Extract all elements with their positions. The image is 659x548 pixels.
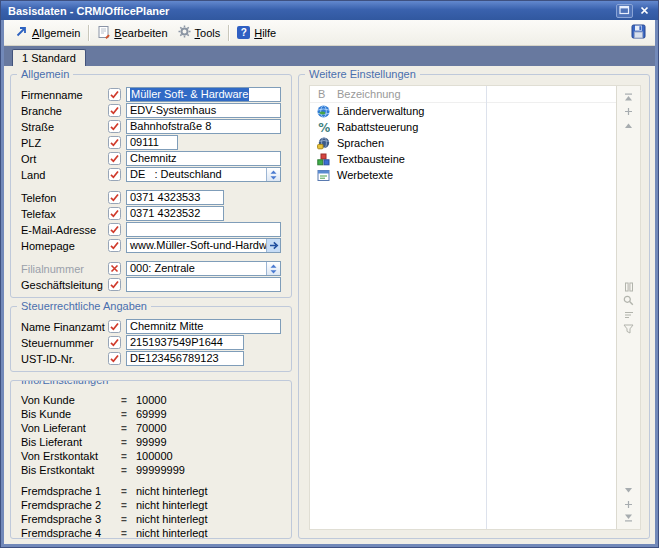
plus-icon[interactable] bbox=[624, 497, 633, 511]
open-homepage-button[interactable] bbox=[266, 239, 280, 252]
menu-item-bearbeiten[interactable]: Bearbeiten bbox=[92, 23, 172, 43]
input-steuernummer[interactable]: 2151937549P1644 bbox=[126, 335, 244, 350]
info-value: nicht hinterlegt bbox=[136, 527, 208, 539]
field-row-telefon: Telefon0371 4323533 bbox=[21, 190, 281, 205]
field-row-e-mail-adresse: E-Mail-Adresse bbox=[21, 222, 281, 237]
input-branche[interactable]: EDV-Systemhaus bbox=[126, 103, 281, 118]
column-header-bezeichnung[interactable]: Bezeichnung bbox=[337, 88, 616, 100]
field-value: 09111 bbox=[130, 136, 159, 149]
list-item-rabattsteuerung[interactable]: %Rabattsteuerung bbox=[310, 119, 616, 135]
plus-icon[interactable] bbox=[624, 104, 633, 118]
input-telefon[interactable]: 0371 4323533 bbox=[126, 190, 224, 205]
confirm-field-icon[interactable] bbox=[108, 207, 121, 220]
field-row-stra-e: StraßeBahnhofstraße 8 bbox=[21, 119, 281, 134]
combo-land[interactable]: DE : Deutschland bbox=[126, 167, 281, 182]
field-row-plz: PLZ09111 bbox=[21, 135, 281, 150]
confirm-field-icon[interactable] bbox=[108, 152, 121, 165]
input-name-finanzamt[interactable]: Chemnitz Mitte bbox=[126, 319, 281, 334]
settings-grid: B Bezeichnung Länderverwaltung%Rabattste… bbox=[309, 85, 641, 530]
confirm-field-icon[interactable] bbox=[108, 88, 121, 101]
confirm-field-icon[interactable] bbox=[108, 136, 121, 149]
list-item-label: Länderverwaltung bbox=[337, 105, 616, 117]
tab-standard[interactable]: 1 Standard bbox=[12, 49, 86, 66]
input-gesch-ftsleitung[interactable] bbox=[126, 277, 281, 292]
input-homepage[interactable]: www.Müller-Soft-und-Hardware.de bbox=[126, 238, 281, 253]
filter-icon[interactable] bbox=[623, 322, 634, 336]
restore-button[interactable] bbox=[616, 4, 633, 18]
confirm-field-icon[interactable] bbox=[108, 320, 121, 333]
input-e-mail-adresse[interactable] bbox=[126, 222, 281, 237]
menu-item-hilfe[interactable]: ?Hilfe bbox=[232, 24, 281, 41]
dropdown-button[interactable] bbox=[266, 262, 280, 275]
field-label: Name Finanzamt bbox=[21, 321, 108, 333]
confirm-field-icon[interactable] bbox=[108, 278, 121, 291]
tabstrip: 1 Standard bbox=[4, 46, 655, 66]
input-telefax[interactable]: 0371 4323532 bbox=[126, 206, 224, 221]
field-row-land: LandDE : Deutschland bbox=[21, 167, 281, 182]
info-label: Bis Erstkontakt bbox=[21, 464, 121, 476]
menu-item-allgemein[interactable]: Allgemein bbox=[10, 23, 85, 42]
info-value: 99999999 bbox=[136, 464, 185, 476]
field-label: E-Mail-Adresse bbox=[21, 224, 108, 236]
info-row-bis-erstkontakt: Bis Erstkontakt=99999999 bbox=[21, 463, 281, 477]
info-label: Fremdsprache 1 bbox=[21, 485, 121, 497]
list-item-l-nderverwaltung[interactable]: Länderverwaltung bbox=[310, 103, 616, 119]
confirm-field-icon[interactable] bbox=[108, 120, 121, 133]
list-item-werbetexte[interactable]: Werbetexte bbox=[310, 167, 616, 183]
menu-separator bbox=[228, 25, 229, 41]
list-item-textbausteine[interactable]: Textbausteine bbox=[310, 151, 616, 167]
field-value: Bahnhofstraße 8 bbox=[130, 120, 211, 133]
group-allgemein: Allgemein FirmennameMüller Soft- & Hardw… bbox=[10, 74, 292, 298]
scroll-top-icon[interactable] bbox=[624, 90, 633, 104]
info-value: 99999 bbox=[136, 436, 167, 448]
blocks-icon bbox=[310, 153, 337, 166]
left-column: Allgemein FirmennameMüller Soft- & Hardw… bbox=[10, 74, 292, 539]
percent-icon: % bbox=[310, 121, 337, 134]
field-label: Telefax bbox=[21, 208, 108, 220]
info-value: 70000 bbox=[136, 422, 167, 434]
confirm-field-icon[interactable] bbox=[108, 191, 121, 204]
scroll-down-icon[interactable] bbox=[624, 483, 633, 497]
confirm-field-icon[interactable] bbox=[108, 239, 121, 252]
save-button[interactable] bbox=[628, 22, 649, 43]
magnifier-icon[interactable] bbox=[623, 294, 634, 308]
scroll-up-icon[interactable] bbox=[624, 118, 633, 132]
equals-sign: = bbox=[121, 409, 136, 420]
dropdown-button[interactable] bbox=[266, 168, 280, 181]
settings-grid-main: B Bezeichnung Länderverwaltung%Rabattste… bbox=[310, 86, 616, 529]
list-item-sprachen[interactable]: Sprachen bbox=[310, 135, 616, 151]
confirm-field-icon[interactable] bbox=[108, 352, 121, 365]
field-value: DE : Deutschland bbox=[130, 168, 222, 181]
field-label: Filialnummer bbox=[21, 263, 108, 275]
clear-field-icon[interactable] bbox=[108, 262, 121, 275]
combo-filialnummer[interactable]: 000: Zentrale bbox=[126, 261, 281, 276]
field-value: Chemnitz bbox=[130, 152, 176, 165]
close-button[interactable] bbox=[636, 4, 653, 18]
confirm-field-icon[interactable] bbox=[108, 104, 121, 117]
column-header-b[interactable]: B bbox=[310, 88, 337, 100]
info-value: nicht hinterlegt bbox=[136, 499, 208, 511]
field-row-gesch-ftsleitung: Geschäftsleitung bbox=[21, 277, 281, 292]
scroll-bottom-icon[interactable] bbox=[624, 511, 633, 525]
field-value: 0371 4323533 bbox=[130, 191, 200, 204]
menu-item-tools[interactable]: Tools bbox=[173, 23, 226, 42]
info-row-fremdsprache-2: Fremdsprache 2=nicht hinterlegt bbox=[21, 498, 281, 512]
input-ust-id-nr[interactable]: DE123456789123 bbox=[126, 351, 244, 366]
info-row-von-kunde: Von Kunde=10000 bbox=[21, 393, 281, 407]
field-row-telefax: Telefax0371 4323532 bbox=[21, 206, 281, 221]
input-ort[interactable]: Chemnitz bbox=[126, 151, 281, 166]
input-plz[interactable]: 09111 bbox=[126, 135, 178, 150]
sort-icon[interactable] bbox=[624, 308, 634, 322]
group-steuerrechtliche-angaben: Steuerrechtliche Angaben Name FinanzamtC… bbox=[10, 306, 292, 372]
confirm-field-icon[interactable] bbox=[108, 223, 121, 236]
confirm-field-icon[interactable] bbox=[108, 336, 121, 349]
equals-sign: = bbox=[121, 465, 136, 476]
group-weitere-einstellungen: Weitere Einstellungen B Bezeichnung Länd… bbox=[298, 74, 650, 539]
field-value: 000: Zentrale bbox=[130, 262, 195, 275]
input-firmenname[interactable]: Müller Soft- & Hardware bbox=[126, 87, 281, 102]
row-spacer bbox=[21, 254, 281, 261]
confirm-field-icon[interactable] bbox=[108, 168, 121, 181]
input-stra-e[interactable]: Bahnhofstraße 8 bbox=[126, 119, 281, 134]
columns-icon[interactable] bbox=[624, 280, 634, 294]
field-value: Chemnitz Mitte bbox=[130, 320, 203, 333]
